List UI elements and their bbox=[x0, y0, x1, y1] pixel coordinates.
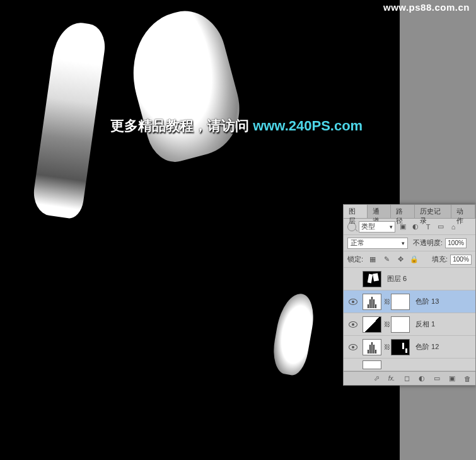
layer-name[interactable]: 色阶 13 bbox=[415, 297, 439, 306]
link-layers-icon[interactable]: ⬀ bbox=[372, 374, 381, 383]
layer-row[interactable]: ⛓ 反相 1 bbox=[344, 313, 475, 336]
opacity-label: 不透明度: bbox=[413, 238, 443, 248]
layer-thumbnail[interactable] bbox=[363, 360, 381, 369]
link-icon[interactable]: ⛓ bbox=[385, 296, 390, 308]
tab-history[interactable]: 历史记录 bbox=[415, 205, 451, 218]
tab-channels[interactable]: 通道 bbox=[368, 205, 392, 218]
layer-name[interactable]: 反相 1 bbox=[415, 319, 435, 329]
content-shape bbox=[119, 3, 250, 168]
mask-icon[interactable]: ◻ bbox=[402, 374, 411, 383]
layers-panel: 图层 通道 路径 历史记录 动作 类型 ▾ ▣ ◐ T ▭ ⌂ 正常 ▾ 不透明… bbox=[343, 204, 476, 386]
chevron-down-icon: ▾ bbox=[402, 240, 405, 246]
panel-tabs: 图层 通道 路径 历史记录 动作 bbox=[344, 205, 475, 219]
lock-position-icon[interactable]: ✥ bbox=[395, 255, 405, 265]
visibility-toggle[interactable] bbox=[344, 299, 363, 305]
layers-list: 图层 6 ⛓ 色阶 13 ⛓ 反相 1 ⛓ bbox=[344, 268, 475, 371]
kind-label: 类型 bbox=[361, 222, 375, 231]
blend-mode-select[interactable]: 正常 ▾ bbox=[347, 238, 408, 249]
lock-all-icon[interactable]: 🔒 bbox=[409, 255, 419, 265]
filter-row: 类型 ▾ ▣ ◐ T ▭ ⌂ bbox=[344, 219, 475, 235]
adjustment-thumbnail[interactable] bbox=[363, 339, 381, 355]
lock-pixels-icon[interactable]: ✎ bbox=[381, 255, 392, 265]
eye-icon bbox=[349, 321, 357, 328]
blend-mode-value: 正常 bbox=[351, 238, 364, 248]
lock-transparency-icon[interactable]: ▦ bbox=[368, 255, 378, 265]
fill-value[interactable]: 100% bbox=[450, 255, 472, 265]
layer-row[interactable]: 图层 6 bbox=[344, 268, 475, 290]
watermark-top: www.ps88.com.cn bbox=[383, 2, 470, 13]
overlay-text-part2: www.240PS.com bbox=[253, 118, 363, 134]
panel-footer: ⬀ fx. ◻ ◐ ▭ ▣ 🗑 bbox=[344, 371, 475, 385]
adjustment-thumbnail[interactable] bbox=[363, 316, 381, 333]
lock-row: 锁定: ▦ ✎ ✥ 🔒 填充: 100% bbox=[344, 251, 475, 268]
chevron-down-icon: ▾ bbox=[390, 224, 393, 230]
mask-thumbnail[interactable] bbox=[391, 316, 410, 333]
fill-label: 填充: bbox=[432, 255, 448, 264]
group-icon[interactable]: ▭ bbox=[432, 374, 441, 383]
mask-thumbnail[interactable] bbox=[391, 294, 410, 310]
link-icon[interactable]: ⛓ bbox=[385, 341, 390, 354]
image-filter-icon[interactable]: ▣ bbox=[398, 222, 408, 232]
eye-icon bbox=[349, 344, 357, 350]
adjustment-thumbnail[interactable] bbox=[363, 294, 381, 310]
link-icon[interactable]: ⛓ bbox=[385, 318, 390, 331]
overlay-text: 更多精品教程，请访问 www.240PS.com bbox=[110, 117, 363, 135]
search-icon bbox=[347, 222, 356, 231]
lock-icons: ▦ ✎ ✥ 🔒 bbox=[368, 255, 419, 265]
tab-paths[interactable]: 路径 bbox=[391, 205, 415, 218]
adjustment-icon[interactable]: ◐ bbox=[417, 374, 426, 383]
canvas-area[interactable] bbox=[0, 0, 400, 460]
layer-name[interactable]: 色阶 12 bbox=[415, 342, 439, 352]
lock-label: 锁定: bbox=[347, 255, 363, 264]
new-layer-icon[interactable]: ▣ bbox=[448, 374, 456, 383]
trash-icon[interactable]: 🗑 bbox=[463, 374, 472, 383]
visibility-toggle[interactable] bbox=[344, 321, 363, 328]
fx-icon[interactable]: fx. bbox=[387, 374, 396, 383]
tab-layers[interactable]: 图层 bbox=[344, 205, 368, 218]
layer-row[interactable]: ⛓ 色阶 12 bbox=[344, 336, 475, 359]
shape-filter-icon[interactable]: ▭ bbox=[436, 222, 446, 232]
overlay-text-part1: 更多精品教程，请访问 bbox=[110, 118, 253, 134]
opacity-value[interactable]: 100% bbox=[445, 238, 467, 248]
blend-row: 正常 ▾ 不透明度: 100% bbox=[344, 235, 475, 251]
text-filter-icon[interactable]: T bbox=[423, 222, 433, 232]
mask-thumbnail[interactable] bbox=[391, 339, 410, 355]
layer-thumbnail[interactable] bbox=[363, 271, 381, 287]
visibility-toggle[interactable] bbox=[344, 344, 363, 350]
layer-row[interactable]: ⛓ 色阶 13 bbox=[344, 290, 475, 313]
smart-filter-icon[interactable]: ⌂ bbox=[448, 222, 458, 232]
layer-kind-select[interactable]: 类型 ▾ bbox=[359, 221, 395, 233]
layer-name[interactable]: 图层 6 bbox=[387, 274, 407, 284]
layer-row[interactable] bbox=[344, 359, 475, 371]
content-shape bbox=[269, 290, 318, 377]
content-shape bbox=[31, 20, 108, 220]
adjust-filter-icon[interactable]: ◐ bbox=[410, 222, 421, 232]
tab-actions[interactable]: 动作 bbox=[451, 205, 475, 218]
eye-icon bbox=[349, 299, 357, 305]
